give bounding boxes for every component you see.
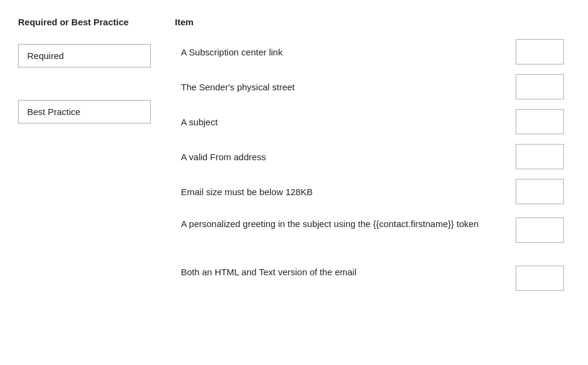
- item-row-subscription: A Subscription center link: [181, 34, 504, 69]
- checkboxes-column: [504, 34, 570, 305]
- item-text-sender-street: The Sender's physical street: [181, 81, 295, 94]
- bestpractice-label: Best Practice: [18, 100, 151, 123]
- header-col1: Required or Best Practice: [18, 17, 175, 27]
- item-row-from-address: A valid From address: [181, 139, 504, 174]
- item-text-email-size: Email size must be below 128KB: [181, 186, 312, 199]
- item-row-sender-street: The Sender's physical street: [181, 69, 504, 104]
- checkbox-row-subscription: [516, 34, 564, 69]
- header-row: Required or Best Practice Item: [18, 12, 570, 34]
- header-col3: [504, 17, 570, 27]
- checkbox-row-email-size: [516, 174, 564, 209]
- checkbox-row-from-address: [516, 139, 564, 174]
- item-row-email-size: Email size must be below 128KB: [181, 174, 504, 209]
- checkbox-row-subject: [516, 104, 564, 139]
- labels-column: Required Best Practice: [18, 34, 175, 305]
- checkbox-row-personalized-greeting: [516, 209, 564, 257]
- item-text-personalized-greeting: A personalized greeting in the subject u…: [181, 217, 479, 231]
- item-text-from-address: A valid From address: [181, 151, 266, 164]
- checkbox-sender-street[interactable]: [516, 74, 564, 99]
- items-column: A Subscription center link The Sender's …: [175, 34, 504, 305]
- item-row-personalized-greeting: A personalized greeting in the subject u…: [181, 209, 504, 257]
- item-row-subject: A subject: [181, 104, 504, 139]
- item-row-html-text: Both an HTML and Text version of the ema…: [181, 257, 504, 305]
- item-text-subscription: A Subscription center link: [181, 46, 282, 59]
- checkbox-from-address[interactable]: [516, 144, 564, 169]
- item-text-subject: A subject: [181, 116, 218, 129]
- body-section: Required Best Practice A Subscription ce…: [18, 34, 570, 305]
- checklist-table: Required or Best Practice Item Required …: [18, 12, 570, 305]
- checkbox-personalized-greeting[interactable]: [516, 217, 564, 243]
- checkbox-row-html-text: [516, 257, 564, 305]
- checkbox-email-size[interactable]: [516, 179, 564, 204]
- item-text-html-text: Both an HTML and Text version of the ema…: [181, 266, 356, 279]
- checkbox-subscription[interactable]: [516, 39, 564, 64]
- required-label: Required: [18, 44, 151, 67]
- checkbox-subject[interactable]: [516, 109, 564, 134]
- checkbox-row-sender-street: [516, 69, 564, 104]
- header-col2: Item: [175, 17, 504, 27]
- checkbox-html-text[interactable]: [516, 266, 564, 291]
